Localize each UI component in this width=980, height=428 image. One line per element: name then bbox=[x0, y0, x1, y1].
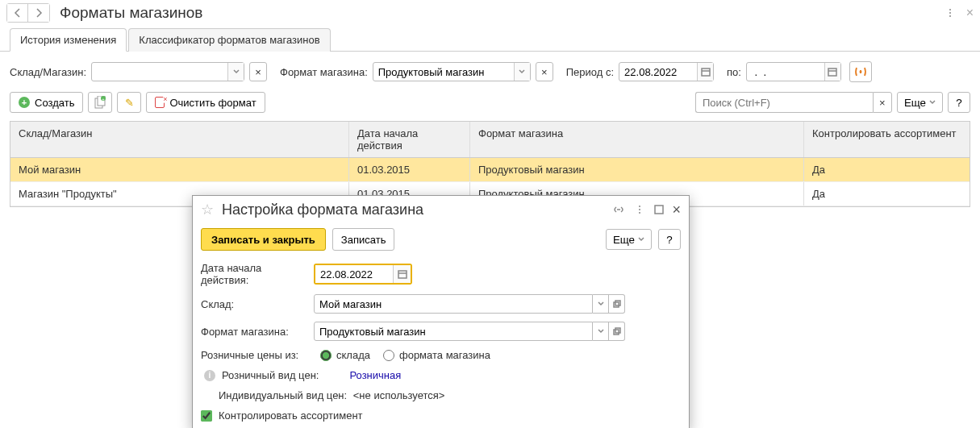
date-input[interactable] bbox=[315, 265, 393, 283]
open-ref-icon[interactable] bbox=[609, 322, 625, 341]
svg-rect-12 bbox=[614, 302, 619, 307]
forward-button[interactable] bbox=[28, 4, 49, 22]
period-to-input[interactable] bbox=[747, 63, 824, 81]
more-button[interactable]: Еще bbox=[897, 92, 943, 113]
period-to-field[interactable] bbox=[746, 62, 841, 81]
cell-store: Мой магазин bbox=[10, 158, 349, 181]
svg-rect-15 bbox=[615, 328, 620, 333]
svg-rect-14 bbox=[614, 330, 619, 335]
svg-rect-0 bbox=[702, 69, 710, 76]
create-button[interactable]: + Создать bbox=[10, 92, 83, 113]
svg-rect-9 bbox=[655, 206, 663, 214]
radio-format-input[interactable] bbox=[383, 350, 394, 361]
svg-rect-10 bbox=[398, 271, 407, 278]
svg-rect-13 bbox=[615, 301, 620, 305]
page-title: Форматы магазинов bbox=[60, 4, 202, 22]
format-filter-clear[interactable]: × bbox=[536, 62, 553, 81]
store-label: Склад: bbox=[201, 298, 307, 310]
calendar-icon[interactable] bbox=[393, 265, 411, 283]
period-from-label: Период с: bbox=[566, 66, 614, 78]
close-icon[interactable]: × bbox=[966, 6, 974, 20]
more-label: Еще bbox=[613, 234, 635, 246]
plus-icon: + bbox=[19, 97, 30, 108]
cell-format: Продуктовый магазин bbox=[470, 158, 804, 181]
close-icon[interactable]: × bbox=[672, 202, 681, 218]
search-clear[interactable]: × bbox=[873, 92, 892, 113]
radio-store-input[interactable] bbox=[320, 350, 332, 361]
date-field[interactable] bbox=[314, 264, 412, 285]
individual-price-type-label: Индивидуальный вид цен: bbox=[219, 389, 347, 401]
nav-arrows bbox=[6, 3, 50, 23]
info-icon: i bbox=[204, 370, 215, 381]
broadcast-icon bbox=[854, 66, 867, 77]
control-assortment-checkbox[interactable]: Контролировать ассортимент bbox=[201, 409, 681, 422]
star-icon[interactable]: ☆ bbox=[201, 201, 214, 218]
retail-price-type-value[interactable]: Розничная bbox=[349, 369, 401, 381]
store-filter-combo[interactable] bbox=[91, 62, 244, 81]
cell-control: Да bbox=[804, 182, 970, 206]
kebab-icon[interactable] bbox=[944, 6, 957, 19]
kebab-icon[interactable] bbox=[633, 203, 646, 216]
format-input[interactable] bbox=[314, 322, 593, 341]
retail-price-type-label: Розничный вид цен: bbox=[222, 369, 319, 381]
tabs: История изменения Классификатор форматов… bbox=[0, 27, 980, 52]
back-button[interactable] bbox=[7, 4, 28, 22]
store-input[interactable] bbox=[314, 294, 593, 314]
radio-store[interactable]: склада bbox=[320, 349, 370, 361]
format-filter-input[interactable] bbox=[373, 63, 514, 81]
period-from-input[interactable] bbox=[619, 63, 697, 81]
edit-button[interactable]: ✎ bbox=[117, 92, 141, 113]
dropdown-icon[interactable] bbox=[514, 63, 530, 81]
store-field[interactable] bbox=[314, 294, 625, 314]
clear-format-button[interactable]: Очистить формат bbox=[146, 92, 265, 113]
dialog-help-button[interactable]: ? bbox=[658, 229, 681, 250]
dropdown-icon[interactable] bbox=[227, 63, 244, 81]
dialog-more-button[interactable]: Еще bbox=[606, 229, 652, 250]
col-control[interactable]: Контролировать ассортимент bbox=[804, 122, 970, 157]
clear-icon bbox=[155, 97, 165, 108]
help-button[interactable]: ? bbox=[948, 92, 970, 113]
save-close-button[interactable]: Записать и закрыть bbox=[201, 228, 326, 251]
dialog-store-format-settings: ☆ Настройка формата магазина × Записать … bbox=[192, 195, 690, 428]
link-icon[interactable] bbox=[612, 204, 625, 215]
table-row[interactable]: Мой магазин 01.03.2015 Продуктовый магаз… bbox=[10, 158, 970, 182]
cell-date: 01.03.2015 bbox=[349, 158, 470, 181]
maximize-icon[interactable] bbox=[654, 205, 664, 214]
open-ref-icon[interactable] bbox=[609, 294, 625, 314]
control-assortment-input[interactable] bbox=[201, 410, 212, 422]
store-filter-input[interactable] bbox=[92, 63, 227, 81]
prices-from-label: Розничные цены из: bbox=[201, 349, 307, 361]
period-preset-button[interactable] bbox=[849, 61, 872, 82]
radio-format[interactable]: формата магазина bbox=[383, 349, 490, 361]
chevron-down-icon bbox=[929, 100, 936, 105]
copy-button[interactable]: + bbox=[88, 92, 112, 113]
dropdown-icon[interactable] bbox=[593, 322, 609, 341]
svg-point-4 bbox=[859, 71, 861, 73]
col-format[interactable]: Формат магазина bbox=[470, 122, 804, 157]
chevron-down-icon bbox=[638, 237, 644, 242]
format-filter-combo[interactable] bbox=[373, 62, 531, 81]
svg-rect-2 bbox=[828, 69, 836, 76]
format-field[interactable] bbox=[314, 322, 625, 341]
search-input[interactable] bbox=[695, 92, 873, 113]
period-from-field[interactable] bbox=[619, 62, 714, 81]
dialog-title: Настройка формата магазина bbox=[222, 202, 604, 218]
tab-classifier[interactable]: Классификатор форматов магазинов bbox=[128, 28, 330, 52]
dropdown-icon[interactable] bbox=[593, 294, 609, 314]
clear-format-label: Очистить формат bbox=[169, 97, 256, 109]
calendar-icon[interactable] bbox=[824, 63, 840, 81]
save-button[interactable]: Записать bbox=[332, 228, 395, 251]
svg-text:+: + bbox=[102, 97, 105, 102]
table-header: Склад/Магазин Дата начала действия Форма… bbox=[10, 121, 970, 158]
tab-history[interactable]: История изменения bbox=[10, 28, 127, 52]
col-store[interactable]: Склад/Магазин bbox=[10, 122, 349, 157]
period-to-label: по: bbox=[727, 66, 741, 78]
format-filter-label: Формат магазина: bbox=[280, 66, 368, 78]
col-date[interactable]: Дата начала действия bbox=[349, 122, 470, 157]
calendar-icon[interactable] bbox=[697, 63, 713, 81]
individual-price-type-value: <не используется> bbox=[353, 389, 445, 401]
store-filter-clear[interactable]: × bbox=[249, 62, 267, 81]
radio-format-label: формата магазина bbox=[399, 349, 490, 361]
pencil-icon: ✎ bbox=[125, 97, 134, 109]
copy-icon: + bbox=[94, 96, 106, 109]
